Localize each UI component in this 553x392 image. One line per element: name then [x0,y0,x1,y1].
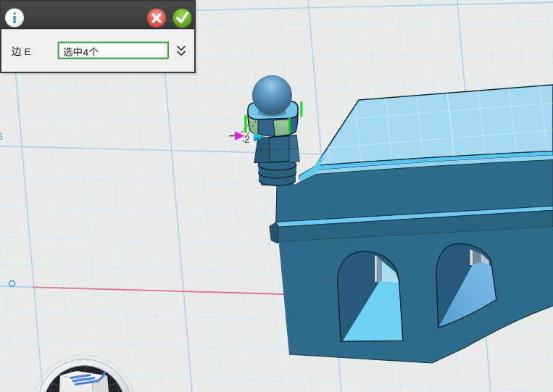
svg-text:E: E [25,46,31,57]
svg-text:4: 4 [83,47,89,58]
svg-text:i: i [12,9,17,27]
svg-text:5: 5 [0,132,3,142]
svg-text:2: 2 [244,133,250,145]
